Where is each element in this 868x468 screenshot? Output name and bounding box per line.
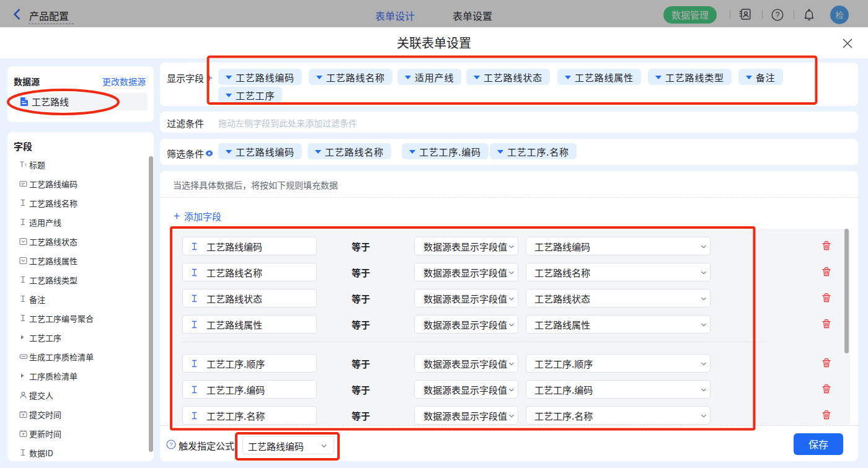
- svg-text:?: ?: [169, 441, 172, 448]
